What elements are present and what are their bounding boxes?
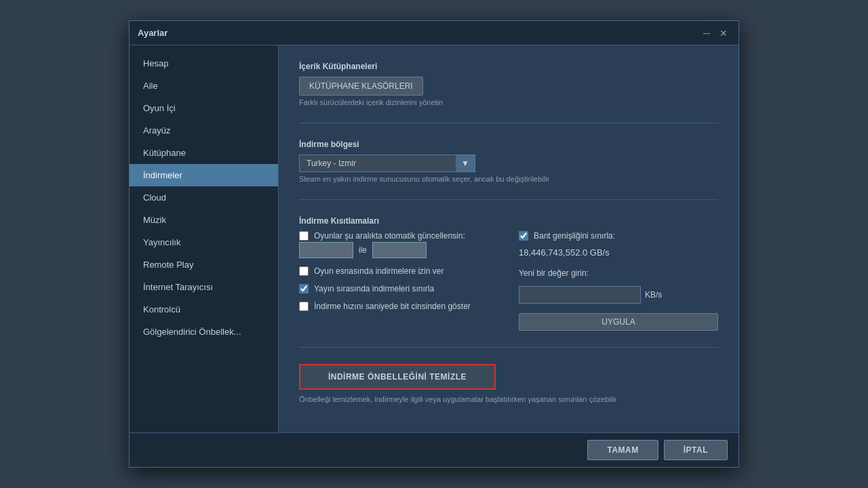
time-from-input[interactable] <box>299 242 353 258</box>
auto-update-checkbox[interactable] <box>299 231 309 241</box>
new-value-label: Yeni bir değer girin: <box>519 268 718 278</box>
restrictions-title: İndirme Kısıtlamaları <box>299 216 718 226</box>
sidebar-item-hesap[interactable]: Hesap <box>130 52 278 75</box>
restrictions-left: Oyunlar şu aralıkta otomatik güncellensi… <box>299 231 498 331</box>
select-arrow-icon: ▼ <box>456 155 475 172</box>
auto-update-row: Oyunlar şu aralıkta otomatik güncellensi… <box>299 231 498 258</box>
limit-during-broadcast-row: Yayın sırasında indirmeleri sınırla <box>299 284 498 293</box>
allow-during-game-row: Oyun esnasında indirmelere izin ver <box>299 266 498 276</box>
allow-during-game-checkbox[interactable] <box>299 266 309 276</box>
divider-2 <box>299 199 718 200</box>
cancel-button[interactable]: İPTAL <box>664 440 728 460</box>
close-button[interactable]: ✕ <box>717 28 730 38</box>
divider-3 <box>299 347 718 348</box>
limit-bandwidth-checkbox[interactable] <box>519 231 528 241</box>
time-to-input[interactable] <box>372 242 427 258</box>
library-title: İçerik Kütüphaneleri <box>299 62 718 71</box>
library-section: İçerik Kütüphaneleri KÜTÜPHANE KLASÖRLER… <box>299 62 718 106</box>
content-area: İçerik Kütüphaneleri KÜTÜPHANE KLASÖRLER… <box>279 45 738 432</box>
limit-bandwidth-row: Bant genişliğini sınırla: <box>519 231 718 241</box>
minimize-button[interactable]: ─ <box>701 28 713 38</box>
cache-section: İNDİRME ÖNBELLEĞİNİ TEMİZLE Önbelleği te… <box>299 364 718 403</box>
restrictions-section: İndirme Kısıtlamaları Oyunlar şu aralıkt… <box>299 216 718 331</box>
new-value-row: KB/s <box>519 286 718 304</box>
unit-label: KB/s <box>645 290 662 300</box>
library-folders-button[interactable]: KÜTÜPHANE KLASÖRLERI <box>299 77 423 96</box>
download-region-title: İndirme bölgesi <box>299 140 718 149</box>
settings-dialog: Ayarlar ─ ✕ Hesap Aile Oyun İçi Arayüz K… <box>129 20 739 468</box>
sidebar-item-internet-tarayicisi[interactable]: İnternet Tarayıcısı <box>130 276 278 298</box>
show-bits-checkbox[interactable] <box>299 302 309 311</box>
new-value-input[interactable] <box>519 286 641 304</box>
download-region-select[interactable]: Turkey - Izmir Turkey - Istanbul Germany… <box>299 155 456 172</box>
sidebar-item-cloud[interactable]: Cloud <box>130 186 278 209</box>
time-separator: ile <box>359 245 367 255</box>
dialog-body: Hesap Aile Oyun İçi Arayüz Kütüphane İnd… <box>130 45 738 432</box>
limit-during-broadcast-checkbox[interactable] <box>299 284 309 293</box>
sidebar-item-muzik[interactable]: Müzik <box>130 209 278 231</box>
clear-cache-button[interactable]: İNDİRME ÖNBELLEĞİNİ TEMİZLE <box>299 364 496 390</box>
download-region-sub-text: Steam en yakın indirme sunucusunu otomat… <box>299 175 718 183</box>
overlay: Ayarlar ─ ✕ Hesap Aile Oyun İçi Arayüz K… <box>0 0 868 488</box>
divider-1 <box>299 123 718 123</box>
titlebar-controls: ─ ✕ <box>701 28 730 38</box>
time-row: ile <box>299 242 498 258</box>
cache-sub-text: Önbelleği temizlemek, indirmeyle ilgili … <box>299 395 706 403</box>
dialog-title: Ayarlar <box>138 28 167 38</box>
ok-button[interactable]: TAMAM <box>587 440 658 460</box>
allow-during-game-label: Oyun esnasında indirmelere izin ver <box>314 266 443 276</box>
sidebar-item-remote-play[interactable]: Remote Play <box>130 253 278 276</box>
apply-button[interactable]: UYGULA <box>519 313 718 331</box>
auto-update-label: Oyunlar şu aralıkta otomatik güncellensi… <box>314 231 465 241</box>
limit-bandwidth-label: Bant genişliğini sınırla: <box>534 231 615 241</box>
dialog-footer: TAMAM İPTAL <box>130 432 738 467</box>
library-sub-text: Farklı sürücülerdeki içerik dizinlerini … <box>299 98 718 106</box>
sidebar-item-aile[interactable]: Aile <box>130 75 278 97</box>
bandwidth-value: 18,446,743,552.0 GB/s <box>519 247 718 258</box>
sidebar-item-arayuz[interactable]: Arayüz <box>130 119 278 142</box>
show-bits-label: İndirme hızını saniyede bit cinsinden gö… <box>314 302 471 311</box>
sidebar-item-golgelendirici[interactable]: Gölgelendirici Önbellek... <box>130 321 278 343</box>
sidebar-item-indirmeler[interactable]: İndirmeler <box>130 164 278 186</box>
titlebar: Ayarlar ─ ✕ <box>130 21 738 45</box>
restrictions-right: Bant genişliğini sınırla: 18,446,743,552… <box>519 231 718 331</box>
download-region-section: İndirme bölgesi Turkey - Izmir Turkey - … <box>299 140 718 183</box>
sidebar-item-yayincilik[interactable]: Yayıncılık <box>130 231 278 253</box>
restrictions-grid: Oyunlar şu aralıkta otomatik güncellensi… <box>299 231 718 331</box>
sidebar-item-kutuphane[interactable]: Kütüphane <box>130 142 278 164</box>
show-bits-row: İndirme hızını saniyede bit cinsinden gö… <box>299 302 498 311</box>
download-region-select-row: Turkey - Izmir Turkey - Istanbul Germany… <box>299 155 475 172</box>
auto-update-checkbox-row: Oyunlar şu aralıkta otomatik güncellensi… <box>299 231 498 241</box>
sidebar-item-kontrolcu[interactable]: Kontrolcü <box>130 298 278 321</box>
sidebar-item-oyun-ici[interactable]: Oyun İçi <box>130 97 278 119</box>
limit-during-broadcast-label: Yayın sırasında indirmeleri sınırla <box>314 284 434 293</box>
sidebar: Hesap Aile Oyun İçi Arayüz Kütüphane İnd… <box>130 45 279 432</box>
